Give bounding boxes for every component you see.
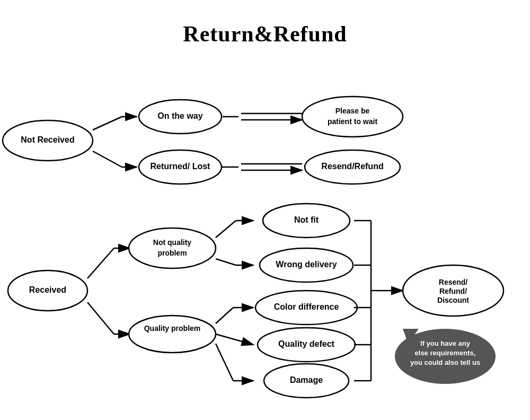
notq-fork-lower (216, 259, 236, 265)
please-wait-label-2: patient to wait (328, 117, 377, 126)
returned-lost-label: Returned/ Lost (151, 162, 211, 171)
please-wait-label-1: Please be (335, 107, 370, 115)
fork-upper-line (93, 117, 122, 130)
damage-label: Damage (290, 375, 323, 384)
qual-fork-1 (216, 308, 233, 323)
not-quality-label-1: Not quality (153, 238, 192, 247)
on-the-way-label: On the way (157, 111, 202, 120)
resend-refund-label: Resend/Refund (321, 162, 383, 171)
rrd-label-3: Discount (437, 296, 469, 304)
received-fork-upper (87, 248, 114, 278)
speech-text-2: else requirements, (415, 349, 476, 357)
quality-defect-label: Quality defect (278, 339, 334, 348)
quality-problem-node (129, 316, 216, 353)
speech-text-3: you could also tell us (410, 358, 480, 366)
quality-problem-label-1: Quality problem (144, 324, 201, 332)
rrd-label-1: Resend/ (439, 278, 468, 286)
qual-fork-3 (216, 344, 233, 381)
speech-text-1: If you have any (420, 339, 471, 347)
rrd-label-2: Refund/ (439, 287, 467, 295)
not-fit-label: Not fit (294, 215, 319, 224)
not-received-label: Not Received (21, 135, 74, 144)
qual-arrow-2 (216, 334, 253, 345)
fork-lower-line (93, 151, 122, 167)
color-difference-label: Color difference (274, 302, 339, 311)
not-quality-label-2: problem (157, 249, 187, 257)
wrong-delivery-label: Wrong delivery (276, 260, 337, 269)
notq-fork-upper (216, 221, 236, 238)
received-label: Received (29, 285, 66, 294)
received-fork-lower (87, 302, 114, 334)
